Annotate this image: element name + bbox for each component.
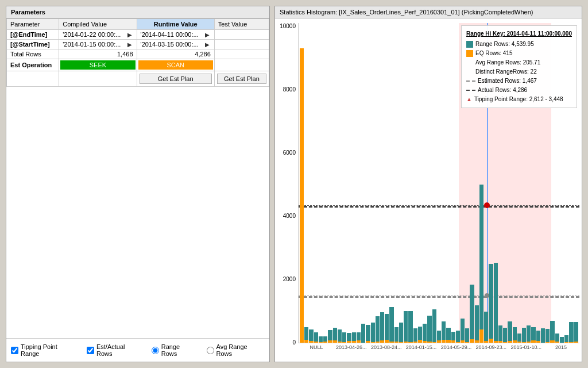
param-endtime-test	[214, 30, 269, 40]
bar-orange	[366, 341, 370, 343]
bar-teal	[328, 330, 332, 340]
bar-teal	[361, 324, 365, 343]
bar-group	[342, 23, 346, 343]
x-label-6: 2015-01-10...	[509, 344, 543, 350]
est-actual-rows-label: Est/Actual Rows	[96, 343, 142, 357]
get-est-plan-button-2[interactable]: Get Est Plan	[217, 74, 266, 84]
bar-orange	[314, 342, 318, 343]
bar-group	[314, 23, 318, 343]
bar-teal	[446, 328, 450, 340]
bar-group	[376, 23, 380, 343]
bar-teal	[427, 316, 431, 342]
bar-teal	[432, 309, 436, 342]
bar-teal	[560, 337, 564, 343]
bar-orange	[357, 340, 361, 343]
get-est-plan-button-1[interactable]: Get Est Plan	[140, 74, 212, 84]
bar-teal	[484, 312, 488, 341]
bar-group	[352, 23, 356, 343]
bar-orange	[484, 341, 488, 343]
starttime-compiled-arrow[interactable]: ▶	[126, 41, 133, 48]
endtime-runtime-arrow[interactable]: ▶	[204, 32, 211, 38]
table-row: [@StartTime] '2014-01-15 00:00:... ▶ '20…	[7, 40, 269, 49]
bar-teal	[508, 321, 512, 341]
bar-group	[418, 23, 422, 343]
y-label-2000: 2000	[283, 276, 296, 282]
bar-teal	[442, 321, 446, 340]
x-label-4: 2014-05-29...	[439, 344, 474, 350]
bar-orange	[423, 341, 427, 343]
x-label-3: 2014-01-15...	[404, 344, 439, 350]
bar-group	[394, 23, 399, 343]
table-row: Est Operation SEEK SCAN	[7, 59, 269, 71]
bar-teal	[569, 322, 573, 342]
bar-orange	[456, 342, 460, 343]
x-label-null: NULL	[299, 344, 334, 350]
bar-teal	[465, 328, 469, 342]
legend-hi-key: Range Hi Key: 2014-04-11 11:00:00.000	[466, 29, 572, 39]
bar-teal	[456, 331, 460, 342]
starttime-runtime-arrow[interactable]: ▶	[204, 41, 211, 48]
bar-orange	[437, 340, 441, 343]
legend-avg-range-rows: Avg Range Rows: 205.71	[475, 58, 572, 67]
bar-teal	[418, 327, 422, 340]
x-label-7: 2015	[544, 344, 578, 350]
bar-teal	[338, 329, 342, 342]
bar-teal	[546, 329, 550, 342]
bar-group	[380, 23, 384, 343]
legend-eq-rows-value: EQ Rows: 415	[475, 49, 512, 58]
bar-teal	[451, 332, 455, 340]
scan-button[interactable]: SCAN	[138, 60, 213, 70]
avg-range-rows-radio[interactable]: Avg Range Rows	[207, 343, 265, 357]
seek-button[interactable]: SEEK	[60, 60, 135, 70]
y-label-10000: 10000	[280, 23, 296, 29]
param-totalrows-compiled: 1,468	[59, 49, 137, 59]
tipping-point-range-checkbox[interactable]: Tipping Point Range	[11, 343, 78, 357]
bar-group	[333, 23, 337, 343]
col-header-compiled: Compiled Value	[59, 19, 137, 30]
est-actual-rows-checkbox[interactable]: Est/Actual Rows	[87, 343, 142, 357]
bar-orange	[536, 341, 540, 343]
legend-estimated-rows: Estimated Rows: 1,467	[478, 76, 537, 86]
bar-teal	[531, 327, 535, 340]
x-label-5: 2014-09-23...	[474, 344, 508, 350]
bar-teal	[437, 331, 441, 340]
bar-orange	[408, 342, 412, 343]
bar-teal	[574, 322, 578, 342]
bar-group	[357, 23, 361, 343]
bar-teal	[470, 285, 474, 339]
bar-orange	[555, 342, 559, 343]
table-row: Total Rows 1,468 4,286	[7, 49, 269, 59]
bar-orange	[300, 48, 304, 343]
bar-group	[404, 23, 408, 343]
endtime-compiled-arrow[interactable]: ▶	[126, 32, 133, 38]
bar-group	[446, 23, 450, 343]
bar-orange	[498, 341, 502, 343]
avg-range-rows-input[interactable]	[207, 347, 214, 354]
bar-orange	[470, 339, 474, 343]
bar-group	[442, 23, 446, 343]
bar-teal	[517, 334, 521, 342]
param-starttime-test	[214, 40, 269, 49]
bar-orange	[338, 342, 342, 343]
bar-group	[300, 23, 304, 343]
x-label-2: 2013-08-24...	[369, 344, 404, 350]
bar-orange	[494, 341, 498, 343]
bar-orange	[513, 340, 517, 343]
bar-teal	[522, 328, 526, 342]
bar-orange	[380, 340, 384, 343]
est-actual-rows-input[interactable]	[87, 347, 94, 354]
range-rows-input[interactable]	[152, 347, 159, 354]
range-rows-radio[interactable]: Range Rows	[152, 343, 198, 357]
bar-group	[413, 23, 417, 343]
tipping-point-range-input[interactable]	[11, 347, 18, 354]
bar-orange	[432, 342, 436, 343]
bar-orange	[394, 342, 399, 343]
col-header-test: Test Value	[214, 19, 269, 30]
bar-orange	[342, 342, 346, 343]
chart-area: 10000 8000 6000 4000 2000 0	[275, 18, 582, 362]
bar-group	[389, 23, 393, 343]
bar-orange	[371, 342, 375, 343]
bar-group	[437, 23, 441, 343]
legend-tipping-point-range: Tipping Point Range: 2,612 - 3,448	[474, 95, 563, 104]
bar-group	[385, 23, 389, 343]
